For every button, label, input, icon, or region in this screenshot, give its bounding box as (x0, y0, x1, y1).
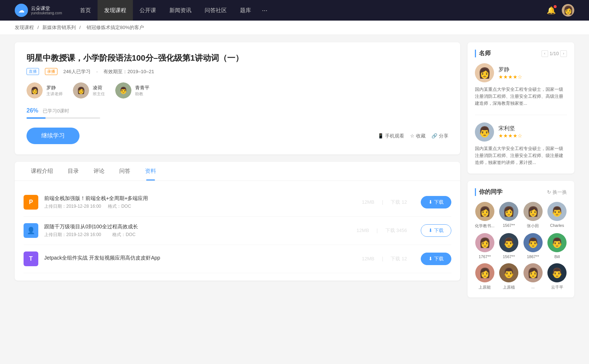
share-btn[interactable]: 🔗 分享 (431, 133, 448, 139)
teachers-sidebar-title: 名师 ‹ 1/10 › (475, 50, 567, 57)
nav-quiz[interactable]: 题库 (233, 0, 258, 21)
teacher-1-name: 罗静 (46, 85, 63, 91)
student-6: 👨 1567** (499, 233, 519, 259)
teacher-1-avatar: 👩 (27, 82, 43, 99)
mobile-icon: 📱 (378, 133, 384, 139)
teacher-card-2-header: 👨 宋利坚 ★★★★☆ (475, 122, 567, 142)
progress-sub: 已学习0课时 (43, 108, 69, 114)
progress-bar-bg (27, 117, 100, 119)
file-stats-1: 12MB ｜ 下载 12 (360, 199, 409, 206)
teacher-card-1: 👩 罗静 ★★★★☆ 国内某重点大学安全工程专业硕士，国家一级注册消防工程师、注… (475, 63, 567, 115)
tab-reviews[interactable]: 评论 (86, 162, 112, 181)
teacher-3-name: 青青平 (135, 85, 149, 91)
file-info-3: Jetpack全组件实战 开发短视频应用高仿皮皮虾App (44, 255, 354, 263)
breadcrumb-current: 销冠修炼术搞定80%的客户 (87, 25, 144, 30)
refresh-btn[interactable]: ↻ 换一换 (547, 189, 567, 196)
tab-intro[interactable]: 课程介绍 (24, 162, 60, 181)
student-1-avatar: 👩 (475, 202, 494, 221)
student-11-name: ... (531, 285, 535, 289)
download-btn-1[interactable]: ⬇ 下载 (421, 196, 451, 208)
nav-more[interactable]: ··· (258, 7, 272, 14)
breadcrumb: 发现课程 / 新媒体营销系列 / 销冠修炼术搞定80%的客户 (0, 21, 589, 35)
breadcrumb-link-1[interactable]: 发现课程 (15, 25, 34, 30)
students-grid: 👩 化学教书... 👩 1567** 👩 张小田 👨 Charles 👩 (475, 202, 567, 290)
logo-name: 云朵课堂 (31, 6, 62, 11)
nav-home[interactable]: 首页 (73, 0, 98, 21)
file-stats-3: 12MB ｜ 下载 12 (360, 256, 409, 262)
student-12: 👨 云千平 (547, 263, 567, 290)
tabs-body: P 前端全栈加强版！前端全栈+全周期+多端应用 上传日期：2019-12-28 … (15, 181, 460, 281)
download-btn-3[interactable]: ⬇ 下载 (421, 253, 451, 265)
nav-open[interactable]: 公开课 (133, 0, 163, 21)
student-count: 246人已学习 (63, 68, 91, 75)
student-9: 👩 上原能 (475, 263, 495, 290)
file-size-3: 12MB (362, 256, 374, 261)
teacher-prev-btn[interactable]: ‹ (542, 50, 548, 57)
breadcrumb-link-2[interactable]: 新媒体营销系列 (42, 25, 76, 30)
student-8-name: Bill (554, 254, 560, 259)
student-2-avatar: 👩 (499, 202, 518, 221)
download-btn-2[interactable]: ⬇ 下载 (421, 224, 451, 237)
teacher-2-avatar: 👩 (73, 82, 89, 99)
refresh-label: 换一换 (553, 189, 567, 196)
mobile-view-btn[interactable]: 📱 手机观看 (378, 133, 404, 139)
collect-icon: ☆ (410, 133, 415, 139)
teacher-card-2-desc: 国内某重点大学安全工程专业硕士，国家一级注册消防工程师、注册安全工程师、级注册建… (475, 145, 567, 167)
file-stats-2: 12MB ｜ 下载 3456 (355, 227, 409, 234)
teacher-pagination: ‹ 1/10 › (542, 50, 567, 57)
teacher-next-btn[interactable]: › (560, 50, 567, 57)
student-8: 👨 Bill (547, 233, 567, 259)
tab-materials[interactable]: 资料 (138, 162, 163, 181)
student-6-avatar: 👨 (499, 233, 518, 252)
student-11: 👩 ... (523, 263, 543, 290)
file-meta-1: 上传日期：2019-12-28 16:00 格式：DOC (44, 203, 354, 210)
teacher-1: 👩 罗静 主讲老师 (27, 82, 63, 99)
file-icon-3: T (24, 251, 38, 266)
notification-bell[interactable]: 🔔 (547, 6, 556, 15)
student-5: 👩 1767** (475, 233, 495, 259)
tabs-header: 课程介绍 目录 评论 问答 资料 (15, 162, 460, 181)
student-7-avatar: 👨 (523, 233, 543, 252)
tab-qa[interactable]: 问答 (112, 162, 138, 181)
course-card: 明星中教授课，小学阶段语法100分–强化级第1讲动词（一） 直播 录播 246人… (15, 42, 460, 154)
teacher-card-2-name: 宋利坚 (498, 125, 522, 132)
teacher-2-role: 班主任 (93, 91, 105, 97)
user-avatar[interactable]: 👩 (562, 4, 574, 17)
teacher-card-1-name: 罗静 (498, 66, 522, 73)
file-meta-2: 上传日期：2019-12-28 16:00 格式：DOC (44, 232, 349, 238)
nav-discover[interactable]: 发现课程 (98, 0, 133, 21)
file-item-1: P 前端全栈加强版！前端全栈+全周期+多端应用 上传日期：2019-12-28 … (24, 188, 451, 217)
nav-qa[interactable]: 问答社区 (198, 0, 233, 21)
collect-btn[interactable]: ☆ 收藏 (410, 133, 426, 139)
teacher-3: 👨 青青平 助教 (115, 82, 149, 99)
students-sidebar-card: 你的同学 ↻ 换一换 👩 化学教书... 👩 1567** 👩 张小田 (468, 181, 574, 297)
teacher-card-2-avatar: 👨 (475, 122, 494, 142)
student-3: 👩 张小田 (523, 202, 543, 229)
file-name-2: 跟随千万级项目从0到100全过程高效成长 (44, 224, 349, 230)
badge-live: 直播 (27, 68, 39, 75)
teacher-2: 👩 凌荷 班主任 (73, 82, 105, 99)
teacher-card-1-stars: ★★★★☆ (498, 74, 522, 80)
tabs-section: 课程介绍 目录 评论 问答 资料 P 前端全栈加强版！前端全栈+全周期+多端应用… (15, 162, 460, 281)
logo-text-block: 云朵课堂 yundouketang.com (31, 6, 62, 15)
teachers-sidebar-card: 名师 ‹ 1/10 › 👩 罗静 ★★★★☆ 国内某重点大学安全工程专业硕士，国… (468, 42, 574, 174)
tab-catalog[interactable]: 目录 (60, 162, 86, 181)
continue-btn[interactable]: 继续学习 (27, 128, 80, 144)
file-icon-2: 👤 (24, 223, 38, 238)
teacher-1-role: 主讲老师 (46, 91, 63, 97)
nav-news[interactable]: 新闻资讯 (163, 0, 198, 21)
file-date-1: 上传日期：2019-12-28 16:00 (44, 204, 101, 209)
teacher-card-1-avatar: 👩 (475, 63, 494, 82)
sidebar: 名师 ‹ 1/10 › 👩 罗静 ★★★★☆ 国内某重点大学安全工程专业硕士，国… (468, 42, 574, 305)
student-1-name: 化学教书... (475, 223, 494, 229)
file-info-2: 跟随千万级项目从0到100全过程高效成长 上传日期：2019-12-28 16:… (44, 224, 349, 238)
student-12-avatar: 👨 (547, 263, 567, 282)
file-dl-count-2: 下载 3456 (385, 228, 407, 233)
file-format-2: 格式：DOC (112, 232, 135, 237)
logo[interactable]: ☁ 云朵课堂 yundouketang.com (15, 4, 62, 17)
file-name-3: Jetpack全组件实战 开发短视频应用高仿皮皮虾App (44, 255, 354, 261)
student-9-name: 上原能 (479, 285, 491, 290)
progress-section: 26% 已学习0课时 (27, 107, 448, 119)
breadcrumb-sep-1: / (38, 25, 40, 30)
teacher-card-1-header: 👩 罗静 ★★★★☆ (475, 63, 567, 82)
